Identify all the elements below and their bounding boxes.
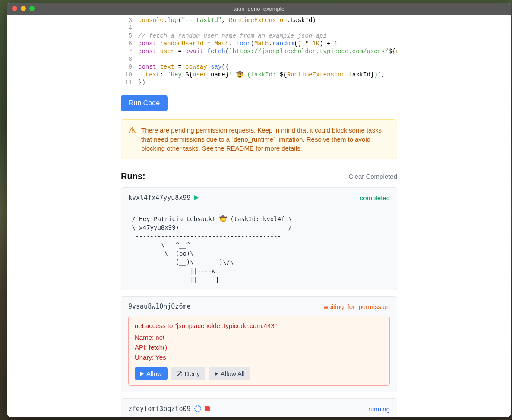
allow-button[interactable]: Allow bbox=[135, 367, 168, 380]
minimize-icon[interactable] bbox=[21, 6, 26, 11]
warning-icon bbox=[128, 126, 136, 153]
deny-button[interactable]: Deny bbox=[171, 367, 205, 380]
maximize-icon[interactable] bbox=[29, 6, 35, 11]
stop-icon[interactable] bbox=[205, 406, 210, 411]
svg-point-1 bbox=[132, 132, 133, 132]
app-window: tauri_deno_example 3456789⌄1011 console.… bbox=[7, 3, 511, 417]
allow-all-label: Allow All bbox=[221, 370, 245, 377]
close-icon[interactable] bbox=[12, 6, 17, 11]
play-icon[interactable] bbox=[194, 195, 199, 200]
alert-text: There are pending permission requests. K… bbox=[141, 126, 390, 153]
run-id-text: kvxl4fx47yyu8x99 bbox=[128, 194, 191, 202]
allow-label: Allow bbox=[146, 370, 162, 377]
run-card: 9vsau8w10nj0z6me waiting_for_permission … bbox=[121, 296, 397, 392]
runs-title: Runs: bbox=[121, 171, 145, 181]
content-area: 3456789⌄1011 console.log("-- taskId", Ru… bbox=[7, 15, 511, 417]
titlebar[interactable]: tauri_deno_example bbox=[7, 3, 511, 15]
run-id: kvxl4fx47yyu8x99 bbox=[128, 194, 199, 202]
permission-unary: Unary: Yes bbox=[135, 353, 383, 362]
run-card: zfeyiomi3pqzto09 running bbox=[121, 398, 397, 417]
run-id: zfeyiomi3pqzto09 bbox=[128, 405, 210, 413]
code-body[interactable]: console.log("-- taskId", RuntimeExtensio… bbox=[136, 15, 397, 88]
permission-api: API: fetch() bbox=[135, 343, 383, 352]
permission-title: net access to "jsonplaceholder.typicode.… bbox=[135, 321, 383, 330]
window-title: tauri_deno_example bbox=[7, 6, 511, 12]
permission-request: net access to "jsonplaceholder.typicode.… bbox=[128, 316, 390, 386]
deny-icon bbox=[177, 371, 182, 376]
run-status: waiting_for_permission bbox=[324, 303, 390, 310]
run-output: ________________________________________… bbox=[128, 206, 390, 284]
run-status: running bbox=[368, 405, 390, 413]
spinner-icon bbox=[194, 405, 201, 412]
run-id-text: 9vsau8w10nj0z6me bbox=[128, 303, 191, 310]
runs-header: Runs: Clear Completed bbox=[121, 171, 397, 181]
permission-name: Name: net bbox=[135, 333, 383, 342]
traffic-lights bbox=[7, 6, 35, 11]
run-card: kvxl4fx47yyu8x99 completed _____________… bbox=[121, 187, 397, 290]
code-editor[interactable]: 3456789⌄1011 console.log("-- taskId", Ru… bbox=[121, 15, 397, 88]
run-id-text: zfeyiomi3pqzto09 bbox=[128, 405, 191, 413]
deny-label: Deny bbox=[185, 370, 200, 377]
run-status: completed bbox=[360, 194, 390, 202]
clear-completed-link[interactable]: Clear Completed bbox=[348, 173, 397, 180]
play-icon bbox=[215, 372, 218, 376]
play-icon bbox=[140, 372, 144, 376]
line-gutter: 3456789⌄1011 bbox=[121, 15, 136, 88]
allow-all-button[interactable]: Allow All bbox=[209, 367, 250, 380]
run-code-button[interactable]: Run Code bbox=[121, 95, 168, 111]
permission-alert: There are pending permission requests. K… bbox=[121, 119, 397, 159]
run-id: 9vsau8w10nj0z6me bbox=[128, 303, 191, 310]
